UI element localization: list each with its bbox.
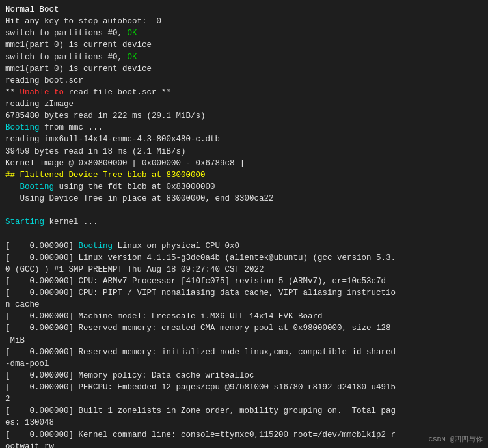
terminal-line: mmc1(part 0) is current device [5,63,483,75]
terminal-line: reading zImage [5,98,483,110]
terminal-line: ** Unable to read file boot.scr ** [5,87,483,98]
terminal-line: Normal Boot [5,4,483,16]
terminal-line: ootwait rw [5,441,483,448]
terminal-line: Booting using the fdt blob at 0x83000000 [5,181,483,193]
terminal-line: [ 0.000000] CPU: PIPT / VIPT nonaliasing… [5,287,483,299]
terminal-line: [ 0.000000] Booting Linux on physical CP… [5,240,483,252]
watermark: CSDN @四四与你 [428,435,483,445]
terminal-line: [ 0.000000] PERCPU: Embedded 12 pages/cp… [5,382,483,393]
terminal-line: [ 0.000000] Reserved memory: initialized… [5,346,483,358]
terminal-line: Starting kernel ... [5,216,483,228]
terminal-line: [ 0.000000] Linux version 4.1.15-g3dc0a4… [5,252,483,264]
terminal-line: Hit any key to stop autoboot: 0 [5,16,483,27]
terminal-line [5,228,483,240]
terminal-window: Normal BootHit any key to stop autoboot:… [0,0,488,448]
terminal-line: -dma-pool [5,358,483,370]
terminal-line: 39459 bytes read in 18 ms (2.1 MiB/s) [5,146,483,158]
terminal-line: [ 0.000000] Reserved memory: created CMA… [5,322,483,334]
terminal-line [5,204,483,216]
terminal-line: switch to partitions #0, OK [5,27,483,39]
terminal-line: Using Device Tree in place at 83000000, … [5,193,483,204]
terminal-line: switch to partitions #0, OK [5,51,483,63]
terminal-line: Kernel image @ 0x80800000 [ 0x000000 - 0… [5,158,483,169]
terminal-line: MiB [5,335,483,346]
terminal-line: 2 [5,393,483,405]
terminal-line: [ 0.000000] Memory policy: Data cache wr… [5,370,483,382]
terminal-line: reading boot.scr [5,75,483,87]
terminal-line: [ 0.000000] Built 1 zonelists in Zone or… [5,405,483,417]
terminal-line: n cache [5,299,483,311]
terminal-line: [ 0.000000] Machine model: Freescale i.M… [5,311,483,322]
terminal-line: 6785480 bytes read in 222 ms (29.1 MiB/s… [5,110,483,122]
terminal-line: Booting from mmc ... [5,122,483,133]
terminal-line: [ 0.000000] Kernel command line: console… [5,429,483,441]
terminal-line: reading imx6ull-14x14-emmc-4.3-800x480-c… [5,133,483,145]
terminal-line: [ 0.000000] CPU: ARMv7 Processor [410fc0… [5,275,483,287]
terminal-line: 0 (GCC) ) #1 SMP PREEMPT Thu Aug 18 09:2… [5,264,483,275]
terminal-line: es: 130048 [5,417,483,428]
terminal-line: ## Flattened Device Tree blob at 8300000… [5,169,483,181]
terminal-line: mmc1(part 0) is current device [5,39,483,51]
